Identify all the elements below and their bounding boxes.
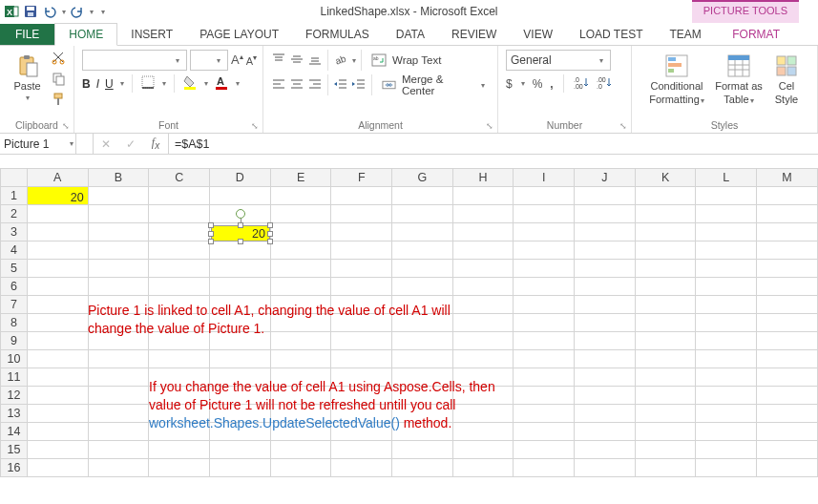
cell[interactable] bbox=[210, 350, 271, 368]
font-color-icon[interactable]: A bbox=[214, 74, 229, 93]
cell[interactable] bbox=[696, 205, 757, 223]
row-header-2[interactable]: 2 bbox=[1, 205, 28, 223]
row-header-13[interactable]: 13 bbox=[1, 405, 28, 423]
cell[interactable] bbox=[27, 405, 88, 423]
cell[interactable] bbox=[88, 205, 149, 223]
align-middle-icon[interactable] bbox=[289, 52, 304, 70]
cell[interactable] bbox=[757, 314, 818, 332]
cell[interactable] bbox=[88, 459, 149, 477]
cell[interactable] bbox=[514, 205, 575, 223]
row-header-1[interactable]: 1 bbox=[1, 187, 28, 205]
merge-center-button[interactable]: Merge & Center▾ bbox=[377, 74, 490, 95]
cell[interactable] bbox=[331, 242, 392, 260]
col-header-H[interactable]: H bbox=[452, 169, 514, 187]
cell[interactable] bbox=[635, 242, 696, 260]
col-header-E[interactable]: E bbox=[270, 169, 331, 187]
cell[interactable] bbox=[149, 350, 210, 368]
orientation-icon[interactable]: ab bbox=[333, 52, 348, 70]
cell[interactable] bbox=[149, 242, 210, 260]
number-format-select[interactable]: General▾ bbox=[506, 50, 611, 71]
cell[interactable] bbox=[452, 459, 514, 477]
row-header-12[interactable]: 12 bbox=[1, 387, 28, 405]
cell[interactable] bbox=[331, 441, 392, 459]
paste-button[interactable]: Paste ▾ bbox=[8, 50, 47, 102]
row-header-14[interactable]: 14 bbox=[1, 423, 28, 441]
tab-team[interactable]: TEAM bbox=[656, 24, 714, 45]
font-size-select[interactable]: ▾ bbox=[190, 50, 228, 71]
merge-dropdown[interactable]: ▾ bbox=[481, 81, 485, 90]
cell[interactable] bbox=[452, 350, 514, 368]
font-family-select[interactable]: ▾ bbox=[82, 50, 187, 71]
undo-dropdown[interactable]: ▾ bbox=[62, 8, 66, 16]
cell-styles-button[interactable]: Cel Style bbox=[769, 50, 804, 105]
cell[interactable] bbox=[149, 459, 210, 477]
cell[interactable] bbox=[27, 260, 88, 278]
cell[interactable] bbox=[514, 441, 575, 459]
cell[interactable] bbox=[270, 459, 331, 477]
cell[interactable] bbox=[392, 187, 453, 205]
bold-icon[interactable]: B bbox=[82, 77, 91, 91]
cell[interactable] bbox=[331, 459, 392, 477]
cell[interactable] bbox=[575, 205, 636, 223]
cell[interactable] bbox=[757, 405, 818, 423]
enter-icon[interactable]: ✓ bbox=[118, 137, 143, 151]
cell[interactable] bbox=[575, 296, 636, 314]
cell[interactable] bbox=[635, 459, 696, 477]
increase-decimal-icon[interactable]: .0.00 bbox=[574, 74, 589, 93]
fill-dropdown[interactable]: ▾ bbox=[204, 79, 208, 88]
tab-formulas[interactable]: FORMULAS bbox=[292, 24, 383, 45]
cell[interactable] bbox=[514, 405, 575, 423]
cell[interactable] bbox=[757, 278, 818, 296]
cell[interactable] bbox=[149, 205, 210, 223]
cell[interactable] bbox=[757, 423, 818, 441]
cell[interactable] bbox=[392, 278, 453, 296]
cell[interactable] bbox=[210, 187, 271, 205]
col-header-A[interactable]: A bbox=[27, 169, 88, 187]
cell[interactable] bbox=[635, 187, 696, 205]
resize-handle[interactable] bbox=[208, 239, 214, 244]
clipboard-launcher-icon[interactable]: ⤡ bbox=[62, 121, 70, 131]
cell[interactable] bbox=[696, 187, 757, 205]
cell[interactable] bbox=[575, 314, 636, 332]
orientation-dropdown[interactable]: ▾ bbox=[352, 56, 356, 65]
cell[interactable] bbox=[88, 187, 149, 205]
cell[interactable] bbox=[88, 368, 149, 387]
cell[interactable] bbox=[452, 223, 514, 242]
cell[interactable] bbox=[210, 441, 271, 459]
italic-icon[interactable]: I bbox=[96, 77, 99, 91]
cell[interactable] bbox=[575, 242, 636, 260]
cell[interactable] bbox=[88, 405, 149, 423]
cell[interactable] bbox=[757, 296, 818, 314]
row-header-15[interactable]: 15 bbox=[1, 441, 28, 459]
cell[interactable] bbox=[757, 187, 818, 205]
increase-indent-icon[interactable] bbox=[351, 76, 367, 94]
cell[interactable] bbox=[514, 459, 575, 477]
tab-review[interactable]: REVIEW bbox=[438, 24, 510, 45]
cell[interactable] bbox=[514, 387, 575, 405]
cell[interactable] bbox=[27, 296, 88, 314]
cell[interactable] bbox=[696, 368, 757, 387]
cell[interactable] bbox=[757, 387, 818, 405]
row-header-9[interactable]: 9 bbox=[1, 332, 28, 350]
cell[interactable] bbox=[575, 368, 636, 387]
cell[interactable] bbox=[270, 260, 331, 278]
cell[interactable] bbox=[514, 223, 575, 242]
currency-dropdown[interactable]: ▾ bbox=[521, 79, 525, 88]
resize-handle[interactable] bbox=[267, 222, 273, 228]
tab-home[interactable]: HOME bbox=[54, 23, 117, 46]
save-icon[interactable] bbox=[23, 4, 38, 19]
cell[interactable] bbox=[635, 405, 696, 423]
row-header-5[interactable]: 5 bbox=[1, 260, 28, 278]
cell[interactable] bbox=[88, 350, 149, 368]
rotate-handle[interactable] bbox=[236, 209, 245, 219]
cell[interactable] bbox=[88, 223, 149, 242]
decrease-decimal-icon[interactable]: .00.0 bbox=[597, 74, 612, 93]
cell[interactable] bbox=[696, 405, 757, 423]
cell[interactable] bbox=[27, 205, 88, 223]
cell[interactable] bbox=[27, 332, 88, 350]
cell[interactable] bbox=[696, 387, 757, 405]
row-header-6[interactable]: 6 bbox=[1, 278, 28, 296]
cell[interactable] bbox=[696, 223, 757, 242]
linked-picture-shape[interactable]: 20 bbox=[211, 225, 270, 242]
cell[interactable] bbox=[331, 350, 392, 368]
